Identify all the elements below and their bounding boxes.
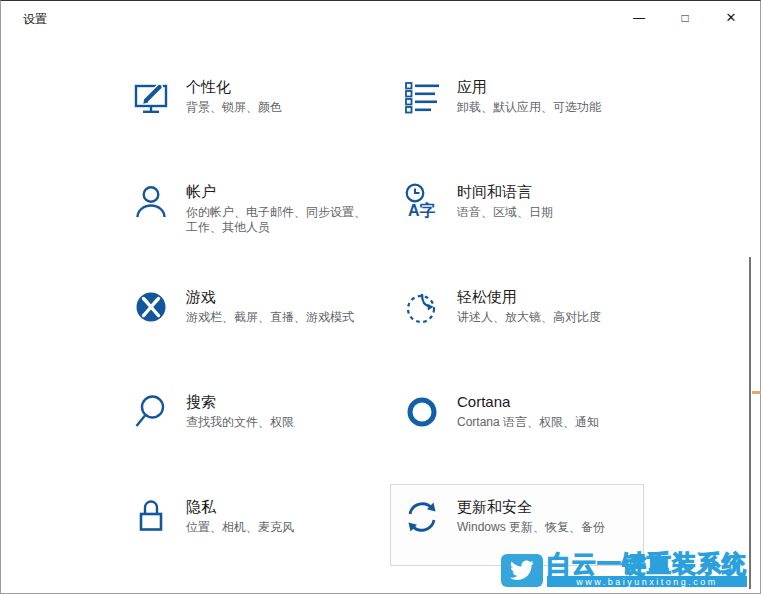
tile-subtitle: 你的帐户、电子邮件、同步设置、工作、其他人员: [186, 205, 369, 235]
tile-subtitle: 游戏栏、截屏、直播、游戏模式: [186, 310, 369, 325]
account-person-icon: [131, 182, 171, 222]
minimize-icon: —: [633, 11, 645, 25]
tile-subtitle: Windows 更新、恢复、备份: [457, 520, 639, 535]
personalization-icon: [131, 77, 171, 117]
tile-subtitle: 背景、锁屏、颜色: [186, 100, 369, 115]
tile-title: 轻松使用: [457, 287, 640, 306]
search-icon: [131, 392, 171, 432]
window-title: 设置: [23, 11, 47, 28]
tile-cortana[interactable]: Cortana Cortana 语言、权限、通知: [390, 379, 644, 461]
tile-title: 时间和语言: [457, 182, 640, 201]
ease-of-access-icon: [402, 287, 442, 327]
title-bar: 设置 — □ ✕: [1, 1, 760, 37]
privacy-lock-icon: [131, 497, 171, 537]
tile-title: 搜索: [186, 392, 369, 411]
tile-title: 游戏: [186, 287, 369, 306]
tile-title: 更新和安全: [457, 497, 639, 516]
watermark-url-text: www.baiyunxitong.com: [576, 577, 718, 587]
maximize-button[interactable]: □: [662, 2, 708, 33]
settings-category-grid: 个性化 背景、锁屏、颜色 应用 卸载、默认应用、可选功能: [119, 64, 645, 566]
settings-window: 设置 — □ ✕ 个性化 背景: [0, 0, 761, 594]
tile-title: Cortana: [457, 392, 640, 411]
tile-time-language[interactable]: A字 时间和语言 语音、区域、日期: [390, 169, 644, 251]
tile-search[interactable]: 搜索 查找我的文件、权限: [119, 379, 373, 461]
tile-accounts[interactable]: 帐户 你的帐户、电子邮件、同步设置、工作、其他人员: [119, 169, 373, 251]
watermark: 白云一键重装系统 www.baiyunxitong.com: [501, 553, 747, 587]
close-icon: ✕: [726, 10, 737, 25]
tile-apps[interactable]: 应用 卸载、默认应用、可选功能: [390, 64, 644, 146]
tile-ease-of-access[interactable]: 轻松使用 讲述人、放大镜、高对比度: [390, 274, 644, 356]
tile-title: 应用: [457, 77, 640, 96]
apps-list-icon: [402, 77, 442, 117]
tile-privacy[interactable]: 隐私 位置、相机、麦克风: [119, 484, 373, 566]
tile-title: 隐私: [186, 497, 369, 516]
background-window-fragment: [752, 391, 761, 394]
tile-title: 个性化: [186, 77, 369, 96]
xbox-gaming-icon: [131, 287, 171, 327]
twitter-bird-icon: [501, 554, 543, 587]
tile-subtitle: 讲述人、放大镜、高对比度: [457, 310, 640, 325]
window-controls: — □ ✕: [616, 2, 754, 33]
watermark-url-bar: www.baiyunxitong.com: [547, 576, 747, 587]
minimize-button[interactable]: —: [616, 2, 662, 33]
tile-subtitle: Cortana 语言、权限、通知: [457, 415, 640, 430]
tile-gaming[interactable]: 游戏 游戏栏、截屏、直播、游戏模式: [119, 274, 373, 356]
time-language-icon: A字: [402, 182, 442, 222]
watermark-brand-text: 白云一键重装系统: [547, 553, 747, 575]
tile-subtitle: 语音、区域、日期: [457, 205, 640, 220]
tile-personalization[interactable]: 个性化 背景、锁屏、颜色: [119, 64, 373, 146]
tile-subtitle: 位置、相机、麦克风: [186, 520, 369, 535]
close-button[interactable]: ✕: [708, 2, 754, 33]
maximize-icon: □: [681, 11, 688, 25]
update-sync-icon: [402, 497, 442, 537]
time-language-icon-text: A字: [408, 201, 436, 219]
tile-subtitle: 查找我的文件、权限: [186, 415, 369, 430]
tile-title: 帐户: [186, 182, 369, 201]
tile-subtitle: 卸载、默认应用、可选功能: [457, 100, 640, 115]
scrollbar-thumb[interactable]: [749, 257, 751, 589]
cortana-ring-icon: [402, 392, 442, 432]
